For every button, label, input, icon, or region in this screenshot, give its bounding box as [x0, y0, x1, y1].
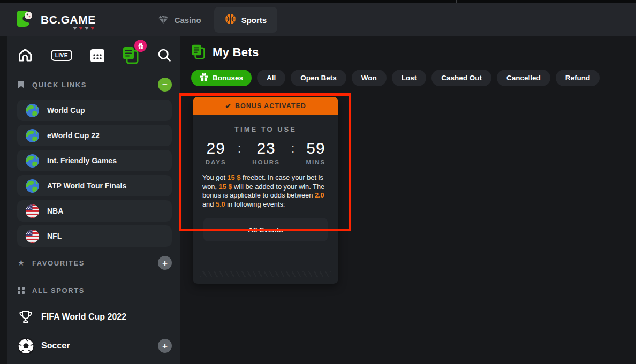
quick-link-atp-world-tour-finals[interactable]: ATP World Tour Finals [17, 175, 172, 196]
bonus-amount-highlight: 15 $ [228, 173, 241, 181]
quick-link-label: NBA [47, 207, 63, 215]
page-title: My Bets [213, 46, 259, 59]
bonus-amount-highlight: 15 $ [219, 183, 232, 191]
tab-sports-label: Sports [241, 16, 267, 25]
bonus-description-text: and [202, 200, 216, 208]
quick-links-header: QUICK LINKS − [17, 78, 172, 92]
bonus-card: ✔ BONUS ACTIVATED TIME TO USE 29 DAYS : … [193, 97, 338, 284]
live-icon-label: LIVE [51, 50, 72, 61]
quick-link-label: eWorld Cup 22 [47, 131, 100, 140]
bonus-amount-highlight: 5.0 [216, 200, 225, 208]
home-icon[interactable] [17, 47, 33, 63]
tab-casino-label: Casino [175, 16, 201, 25]
quick-link-world-cup[interactable]: World Cup [17, 100, 172, 121]
timer-value: 29 [206, 139, 226, 157]
favourites-title: FAVOURITES [32, 259, 158, 267]
quick-link-nba[interactable]: NBA [17, 200, 172, 222]
filter-chip-cashed-out[interactable]: Cashed Out [431, 70, 491, 86]
us-flag-icon [25, 204, 40, 218]
timer-unit: 23 HOURS [252, 139, 280, 165]
filter-chip-label: Cancelled [506, 74, 541, 82]
check-icon: ✔ [225, 102, 232, 110]
globe-icon [25, 128, 40, 143]
soccer-ball-icon [17, 338, 34, 354]
page-title-row: My Bets [191, 45, 636, 60]
filter-chip-label: Bonuses [213, 74, 243, 82]
live-icon[interactable]: LIVE [51, 50, 72, 61]
filter-chip-lost[interactable]: Lost [392, 70, 427, 86]
timer-value: 23 [252, 139, 280, 157]
filter-chip-cancelled[interactable]: Cancelled [497, 70, 550, 86]
all-sports-title: ALL SPORTS [32, 286, 172, 294]
bonus-description-text: You got [202, 173, 228, 181]
favourites-header: ★ FAVOURITES + [17, 256, 172, 270]
filter-chip-label: Refund [565, 74, 590, 82]
filter-chips: Bonuses All Open Bets Won Lost Cashed Ou… [191, 70, 636, 86]
sidebar-item-label: FIFA World Cup 2022 [41, 312, 172, 322]
bonus-status-label: BONUS ACTIVATED [235, 102, 306, 110]
filter-chip-label: Open Bets [300, 74, 337, 82]
countdown-timer: 29 DAYS : 23 HOURS : 59 MINS [193, 139, 338, 165]
filter-chip-bonuses[interactable]: Bonuses [191, 70, 252, 86]
star-icon: ★ [17, 258, 25, 268]
filter-chip-label: Lost [402, 74, 417, 82]
gift-icon [200, 73, 208, 83]
trophy-icon [17, 309, 34, 324]
globe-icon [25, 154, 40, 168]
quick-links-collapse-button[interactable]: − [158, 78, 172, 92]
timer-unit: 29 DAYS [206, 139, 226, 165]
bonus-status-banner: ✔ BONUS ACTIVATED [193, 97, 338, 115]
favourites-add-button[interactable]: + [158, 256, 172, 270]
grid-icon [17, 287, 25, 294]
soccer-expand-button[interactable]: + [158, 339, 172, 353]
bonus-description-text: in following events: [225, 200, 285, 208]
sidebar-item-soccer[interactable]: Soccer + [17, 337, 172, 355]
globe-icon [25, 179, 40, 193]
sidebar-item-label: Soccer [41, 341, 158, 351]
filter-chip-refund[interactable]: Refund [556, 70, 600, 86]
bookmark-icon [17, 80, 25, 89]
sidebar-gutter [0, 36, 7, 364]
bcgame-logo-text: BC.GAME [41, 13, 96, 26]
quick-link-eworld-cup-22[interactable]: eWorld Cup 22 [17, 125, 172, 146]
quick-link-label: NFL [47, 232, 62, 240]
basketball-icon [225, 13, 236, 26]
search-icon[interactable] [157, 48, 172, 63]
gift-badge-icon [134, 40, 147, 52]
bcgame-logo[interactable]: BC.GAME [14, 7, 96, 32]
sidebar-icon-nav: LIVE [17, 46, 172, 65]
my-bets-icon[interactable] [122, 46, 139, 64]
tab-sports[interactable]: Sports [214, 7, 278, 33]
main-content: My Bets Bonuses All Open Bets Won Lost C… [180, 36, 636, 364]
quick-link-label: ATP World Tour Finals [47, 181, 126, 190]
timer-title: TIME TO USE [193, 125, 338, 133]
tab-casino[interactable]: Casino [157, 13, 201, 27]
calendar-icon[interactable] [90, 48, 105, 63]
us-flag-icon [25, 229, 40, 244]
quick-links-list: World Cup eWorld Cup 22 Int. Friendly Ga… [17, 100, 172, 247]
sidebar-item-fifa-world-cup[interactable]: FIFA World Cup 2022 [17, 308, 172, 326]
timer-value: 59 [306, 139, 326, 157]
filter-chip-open-bets[interactable]: Open Bets [291, 70, 346, 86]
filter-chip-label: All [267, 74, 276, 82]
card-footer-pattern [200, 271, 331, 277]
quick-link-int-friendly-games[interactable]: Int. Friendly Games [17, 150, 172, 171]
bonus-description: You got 15 $ freebet. In case your bet i… [202, 173, 329, 209]
filter-chip-all[interactable]: All [257, 70, 285, 86]
timer-unit-label: MINS [306, 159, 326, 165]
quick-link-label: Int. Friendly Games [47, 156, 117, 165]
timer-unit-label: HOURS [252, 159, 280, 165]
bonus-amount-highlight: 2.0 [315, 191, 324, 199]
header-nav: Casino Sports [157, 7, 278, 33]
timer-separator: : [238, 141, 241, 156]
all-events-button[interactable]: All Events [203, 218, 328, 241]
filter-chip-label: Cashed Out [441, 74, 482, 82]
quick-link-nfl[interactable]: NFL [17, 225, 172, 247]
timer-unit: 59 MINS [306, 139, 326, 165]
filter-chip-won[interactable]: Won [352, 70, 387, 86]
timer-unit-label: DAYS [206, 159, 226, 165]
bonus-card-body: TIME TO USE 29 DAYS : 23 HOURS : 59 MINS… [193, 115, 338, 284]
filter-chip-label: Won [361, 74, 377, 82]
app-header: BC.GAME Casino Sports [0, 3, 636, 36]
bunting-flags-icon [73, 27, 95, 30]
